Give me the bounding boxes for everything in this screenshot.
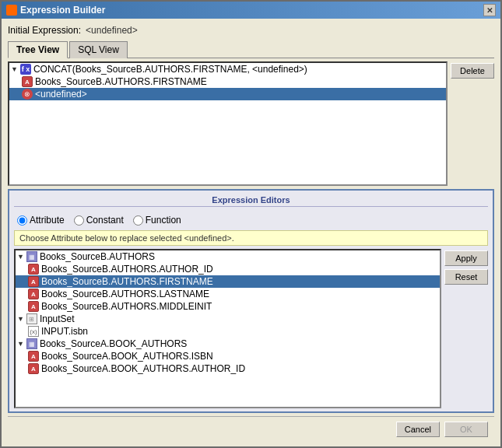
- tab-sql-view[interactable]: SQL View: [69, 41, 128, 58]
- attribute-icon: A: [28, 289, 39, 299]
- initial-expression-row: Initial Expression: <undefined>: [8, 23, 494, 37]
- expression-builder-window: Expression Builder ✕ Initial Expression:…: [0, 0, 502, 448]
- attribute-icon: A: [28, 301, 39, 312]
- section-title: Expression Editors: [14, 194, 488, 207]
- cancel-icon: ⊗: [22, 89, 33, 100]
- tree-item-selected[interactable]: ⊗ <undefined>: [9, 88, 446, 100]
- ok-button[interactable]: OK: [444, 422, 488, 437]
- chevron-down-icon: ▼: [17, 253, 24, 261]
- attribute-icon: A: [28, 363, 39, 374]
- tree-item[interactable]: ▼ f x CONCAT(Books_SourceB.AUTHORS.FIRST…: [9, 63, 446, 75]
- tree-item[interactable]: (x) INPUT.isbn: [16, 325, 440, 338]
- expression-editors-section: Expression Editors Attribute Constant Fu…: [8, 189, 494, 413]
- apply-button[interactable]: Apply: [444, 250, 488, 266]
- footer-bar: Cancel OK: [8, 416, 494, 442]
- hint-bar: Choose Attribute below to replace select…: [14, 230, 488, 246]
- tree-item[interactable]: A Books_SourceB.AUTHORS.AUTHOR_ID: [16, 263, 440, 275]
- window-body: Initial Expression: <undefined> Tree Vie…: [2, 19, 500, 446]
- tree-item[interactable]: ▼ ▦ Books_SourceA.BOOK_AUTHORS: [16, 338, 440, 350]
- radio-function[interactable]: Function: [133, 215, 181, 226]
- chevron-down-icon: ▼: [11, 65, 18, 73]
- inputset-icon: ⊞: [26, 313, 37, 324]
- initial-expression-value: <undefined>: [86, 25, 138, 36]
- reset-button[interactable]: Reset: [444, 269, 488, 285]
- tree-item[interactable]: A Books_SourceB.AUTHORS.FIRSTNAME: [9, 75, 446, 88]
- tree-item[interactable]: A Books_SourceB.AUTHORS.MIDDLEINIT: [16, 300, 440, 313]
- initial-expression-label: Initial Expression:: [8, 25, 81, 36]
- tree-item[interactable]: A Books_SourceB.AUTHORS.LASTNAME: [16, 288, 440, 300]
- delete-column: Delete: [451, 61, 494, 186]
- attribute-tree: ▼ ▦ Books_SourceB.AUTHORS A Books_Source…: [14, 249, 441, 408]
- table-icon: ▦: [26, 251, 37, 262]
- title-bar-left: Expression Builder: [6, 5, 105, 16]
- cancel-button[interactable]: Cancel: [396, 422, 440, 437]
- chevron-down-icon: ▼: [17, 315, 24, 323]
- tree-item[interactable]: ▼ ⊞ InputSet: [16, 313, 440, 325]
- expression-tree: ▼ f x CONCAT(Books_SourceB.AUTHORS.FIRST…: [8, 61, 448, 186]
- table-icon: ▦: [26, 338, 37, 349]
- attribute-icon: A: [22, 76, 33, 87]
- radio-constant[interactable]: Constant: [74, 215, 124, 226]
- expr-edit-and-btns: ▼ ▦ Books_SourceB.AUTHORS A Books_Source…: [14, 249, 488, 408]
- input-icon: (x): [28, 326, 39, 337]
- attribute-icon: A: [28, 264, 39, 275]
- chevron-down-icon: ▼: [17, 340, 24, 348]
- radio-row: Attribute Constant Function: [14, 213, 488, 227]
- tab-tree-view[interactable]: Tree View: [8, 41, 68, 58]
- attribute-icon: A: [28, 351, 39, 362]
- tabs-row: Tree View SQL View: [8, 40, 494, 58]
- apply-reset-column: Apply Reset: [444, 249, 488, 408]
- window-title: Expression Builder: [20, 5, 105, 16]
- delete-button[interactable]: Delete: [451, 63, 494, 79]
- attribute-icon: A: [28, 276, 39, 287]
- radio-attribute[interactable]: Attribute: [17, 215, 65, 226]
- tree-item[interactable]: A Books_SourceA.BOOK_AUTHORS.ISBN: [16, 350, 440, 362]
- top-panel: ▼ f x CONCAT(Books_SourceB.AUTHORS.FIRST…: [8, 61, 494, 186]
- app-icon: [6, 5, 17, 16]
- title-bar: Expression Builder ✕: [2, 2, 500, 19]
- close-button[interactable]: ✕: [483, 4, 496, 16]
- tree-item-selected[interactable]: A Books_SourceB.AUTHORS.FIRSTNAME: [16, 275, 440, 288]
- tree-item[interactable]: ▼ ▦ Books_SourceB.AUTHORS: [16, 250, 440, 263]
- tree-item[interactable]: A Books_SourceA.BOOK_AUTHORS.AUTHOR_ID: [16, 362, 440, 375]
- function-icon: f x: [20, 64, 31, 75]
